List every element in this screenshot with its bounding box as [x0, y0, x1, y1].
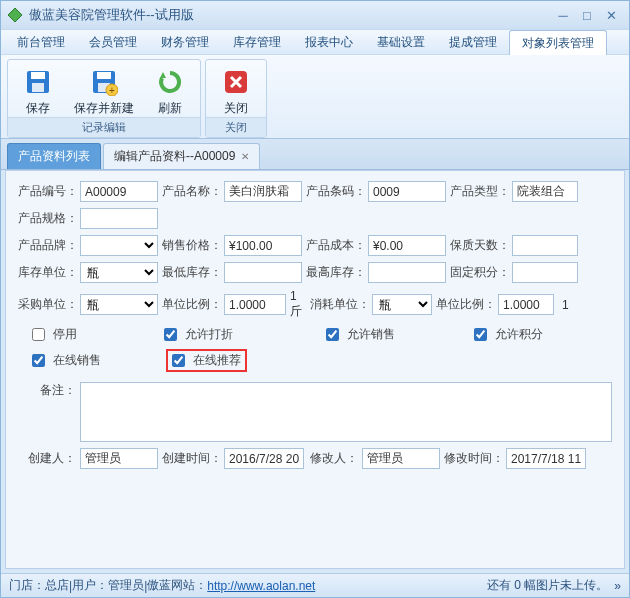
online-recommend-checkbox[interactable]: 在线推荐: [172, 352, 241, 369]
status-store: 总店: [45, 577, 69, 594]
unit-ratio-1-field[interactable]: [224, 294, 286, 315]
allow-points-checkbox[interactable]: 允许积分: [474, 326, 543, 343]
chevron-right-icon[interactable]: »: [614, 579, 621, 593]
label-name: 产品名称：: [162, 183, 220, 200]
ribbon-group-record-edit: 保存 + 保存并新建 刷新 记录编辑: [7, 59, 201, 138]
tab-edit-product[interactable]: 编辑产品资料--A00009 ✕: [103, 143, 260, 169]
shelf-field[interactable]: [512, 235, 578, 256]
spec-field[interactable]: [80, 208, 158, 229]
online-sale-checkbox[interactable]: 在线销售: [32, 352, 101, 369]
label-modify-time: 修改时间：: [444, 450, 502, 467]
refresh-button[interactable]: 刷新: [146, 64, 194, 117]
purchase-unit-select[interactable]: 瓶: [80, 294, 158, 315]
ribbon: 保存 + 保存并新建 刷新 记录编辑 关闭 关闭: [1, 55, 629, 139]
menu-settings[interactable]: 基础设置: [365, 30, 437, 54]
label-barcode: 产品条码：: [306, 183, 364, 200]
ribbon-group-label: 关闭: [206, 117, 266, 137]
label-remark: 备注：: [18, 382, 76, 399]
tab-product-list[interactable]: 产品资料列表: [7, 143, 101, 169]
code-field[interactable]: [80, 181, 158, 202]
minimize-button[interactable]: ─: [551, 6, 575, 24]
stock-unit-select[interactable]: 瓶: [80, 262, 158, 283]
svg-rect-6: [97, 72, 111, 79]
status-bar: 门店： 总店 | 用户： 管理员 | 傲蓝网站： http://www.aola…: [1, 573, 629, 597]
product-form: 产品编号： 产品名称： 产品条码： 产品类型： 产品规格： 产品品牌： 销售价格…: [5, 170, 625, 569]
svg-text:+: +: [109, 85, 115, 96]
close-icon: [220, 66, 252, 98]
modify-time-field: [506, 448, 586, 469]
label-consume-prefix: 1斤: [290, 289, 306, 320]
svg-rect-4: [32, 83, 44, 92]
status-site-label: 傲蓝网站：: [147, 577, 207, 594]
close-button[interactable]: 关闭: [212, 64, 260, 117]
barcode-field[interactable]: [368, 181, 446, 202]
label-stock-unit: 库存单位：: [18, 264, 76, 281]
menu-stock[interactable]: 库存管理: [221, 30, 293, 54]
brand-select[interactable]: [80, 235, 158, 256]
save-new-button[interactable]: + 保存并新建: [70, 64, 138, 117]
menu-object-list[interactable]: 对象列表管理: [509, 30, 607, 55]
status-site-link[interactable]: http://www.aolan.net: [207, 579, 315, 593]
status-user: 管理员: [108, 577, 144, 594]
name-field[interactable]: [224, 181, 302, 202]
cost-field[interactable]: [368, 235, 446, 256]
label-spec: 产品规格：: [18, 210, 76, 227]
disabled-checkbox[interactable]: 停用: [32, 326, 77, 343]
menu-finance[interactable]: 财务管理: [149, 30, 221, 54]
create-time-field: [224, 448, 304, 469]
label-type: 产品类型：: [450, 183, 508, 200]
status-user-label: 用户：: [72, 577, 108, 594]
label-consume-unit: 消耗单位：: [310, 296, 368, 313]
menu-report[interactable]: 报表中心: [293, 30, 365, 54]
allow-discount-checkbox[interactable]: 允许打折: [164, 326, 233, 343]
consume-unit-select[interactable]: 瓶: [372, 294, 432, 315]
label-cost: 产品成本：: [306, 237, 364, 254]
label-max-stock: 最高库存：: [306, 264, 364, 281]
label-creator: 创建人：: [18, 450, 76, 467]
document-tabs: 产品资料列表 编辑产品资料--A00009 ✕: [1, 139, 629, 170]
window-title: 傲蓝美容院管理软件--试用版: [29, 6, 551, 24]
svg-marker-10: [160, 72, 166, 78]
unit-ratio-2-field[interactable]: [498, 294, 554, 315]
status-store-label: 门店：: [9, 577, 45, 594]
fixed-points-field[interactable]: [512, 262, 578, 283]
close-window-button[interactable]: ✕: [599, 6, 623, 24]
label-min-stock: 最低库存：: [162, 264, 220, 281]
ribbon-group-close: 关闭 关闭: [205, 59, 267, 138]
refresh-icon: [154, 66, 186, 98]
label-create-time: 创建时间：: [162, 450, 220, 467]
label-code: 产品编号：: [18, 183, 76, 200]
online-recommend-highlight: 在线推荐: [166, 349, 247, 372]
allow-sale-checkbox[interactable]: 允许销售: [326, 326, 395, 343]
label-purchase-unit: 采购单位：: [18, 296, 76, 313]
ribbon-group-label: 记录编辑: [8, 117, 200, 137]
save-button[interactable]: 保存: [14, 64, 62, 117]
max-stock-field[interactable]: [368, 262, 446, 283]
maximize-button[interactable]: □: [575, 6, 599, 24]
unit-suffix: 1: [562, 298, 569, 312]
min-stock-field[interactable]: [224, 262, 302, 283]
label-unit-ratio-1: 单位比例：: [162, 296, 220, 313]
modifier-field: [362, 448, 440, 469]
price-field[interactable]: [224, 235, 302, 256]
floppy-new-icon: +: [88, 66, 120, 98]
status-upload-count: 还有 0 幅图片未上传。: [487, 577, 608, 594]
label-shelf: 保质天数：: [450, 237, 508, 254]
tab-close-icon[interactable]: ✕: [241, 151, 249, 162]
floppy-icon: [22, 66, 54, 98]
title-bar: 傲蓝美容院管理软件--试用版 ─ □ ✕: [1, 1, 629, 29]
creator-field: [80, 448, 158, 469]
label-brand: 产品品牌：: [18, 237, 76, 254]
label-fixed-points: 固定积分：: [450, 264, 508, 281]
menu-member[interactable]: 会员管理: [77, 30, 149, 54]
label-modifier: 修改人：: [308, 450, 358, 467]
svg-rect-3: [31, 72, 45, 79]
main-menu: 前台管理 会员管理 财务管理 库存管理 报表中心 基础设置 提成管理 对象列表管…: [1, 29, 629, 55]
type-field[interactable]: [512, 181, 578, 202]
menu-commission[interactable]: 提成管理: [437, 30, 509, 54]
app-logo-icon: [7, 7, 23, 23]
menu-frontdesk[interactable]: 前台管理: [5, 30, 77, 54]
svg-marker-0: [8, 8, 22, 22]
remark-textarea[interactable]: [80, 382, 612, 442]
label-unit-ratio-2: 单位比例：: [436, 296, 494, 313]
